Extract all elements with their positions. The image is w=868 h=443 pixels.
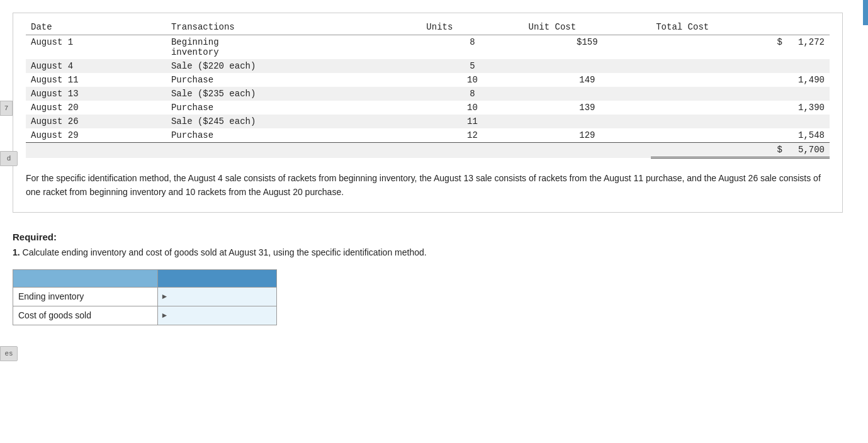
table-cell-totalcost: 1,490 <box>651 73 830 87</box>
table-cell-units: 10 <box>421 73 523 87</box>
answer-label-cell: Ending inventory <box>13 287 158 306</box>
transactions-table: Date Transactions Units Unit Cost Total … <box>26 20 830 159</box>
required-instruction: 1. Calculate ending inventory and cost o… <box>13 246 843 259</box>
answer-value-input[interactable] <box>174 310 261 320</box>
col-header-transactions: Transactions <box>166 20 421 35</box>
col-header-date: Date <box>26 20 166 35</box>
cell-arrow: ► <box>161 311 168 320</box>
total-cost-cell: $ 5,700 <box>651 143 830 158</box>
table-cell-unitcost <box>524 87 651 101</box>
table-cell-units: 8 <box>421 87 523 101</box>
description-text: For the specific identification method, … <box>26 171 830 199</box>
es-tab[interactable]: es <box>0 346 18 361</box>
col-header-totalcost: Total Cost <box>651 20 830 35</box>
table-cell-totalcost: $ 1,272 <box>651 35 830 60</box>
table-cell-unitcost: 129 <box>524 128 651 143</box>
answer-table-row: Cost of goods sold ► <box>13 306 277 325</box>
total-units-cell <box>421 143 523 158</box>
total-trans-cell <box>166 143 421 158</box>
total-date-cell <box>26 143 166 158</box>
d-tab[interactable]: d <box>0 151 18 166</box>
table-cell-transaction: Purchase <box>166 128 421 143</box>
table-cell-units: 11 <box>421 115 523 128</box>
table-cell-unitcost <box>524 59 651 73</box>
answer-label-cell: Cost of goods sold <box>13 306 158 325</box>
table-cell-totalcost <box>651 59 830 73</box>
table-cell-transaction: Beginninginventory <box>166 35 421 60</box>
answer-value-cell[interactable]: ► <box>158 287 277 306</box>
main-content: Date Transactions Units Unit Cost Total … <box>0 0 868 443</box>
col-header-units: Units <box>421 20 523 35</box>
table-cell-unitcost: 139 <box>524 101 651 115</box>
table-cell-date: August 26 <box>26 115 166 128</box>
table-cell-unitcost: 149 <box>524 73 651 87</box>
answer-col2-header <box>158 269 277 287</box>
blue-corner-accent <box>863 0 868 25</box>
table-cell-unitcost <box>524 115 651 128</box>
col-header-unitcost: Unit Cost <box>524 20 651 35</box>
table-cell-totalcost: 1,548 <box>651 128 830 143</box>
table-cell-totalcost <box>651 115 830 128</box>
table-cell-transaction: Purchase <box>166 101 421 115</box>
table-cell-date: August 13 <box>26 87 166 101</box>
cell-arrow: ► <box>161 292 168 301</box>
table-cell-totalcost <box>651 87 830 101</box>
answer-value-input[interactable] <box>174 291 261 301</box>
answer-table-row: Ending inventory ► <box>13 287 277 306</box>
table-cell-transaction: Sale ($220 each) <box>166 59 421 73</box>
table-cell-transaction: Purchase <box>166 73 421 87</box>
instruction-text: Calculate ending inventory and cost of g… <box>23 247 427 257</box>
top-section: Date Transactions Units Unit Cost Total … <box>13 13 843 213</box>
answer-table: Ending inventory ► Cost of goods sold ► <box>13 269 277 325</box>
answer-col1-header <box>13 269 158 287</box>
table-cell-units: 10 <box>421 101 523 115</box>
table-cell-date: August 1 <box>26 35 166 60</box>
required-section: Required: 1. Calculate ending inventory … <box>13 232 843 325</box>
table-cell-date: August 29 <box>26 128 166 143</box>
table-cell-transaction: Sale ($235 each) <box>166 87 421 101</box>
table-cell-units: 12 <box>421 128 523 143</box>
side-number-tab: 7 <box>0 101 13 116</box>
table-cell-transaction: Sale ($245 each) <box>166 115 421 128</box>
table-cell-totalcost: 1,390 <box>651 101 830 115</box>
page-container: 7 d es Date Transactions Units Unit Cost… <box>0 0 868 443</box>
side-number: 7 <box>4 104 9 112</box>
instruction-number: 1. <box>13 247 20 257</box>
required-label: Required: <box>13 232 843 242</box>
table-cell-date: August 20 <box>26 101 166 115</box>
answer-value-cell[interactable]: ► <box>158 306 277 325</box>
table-cell-units: 8 <box>421 35 523 60</box>
table-cell-date: August 4 <box>26 59 166 73</box>
total-unitcost-cell <box>524 143 651 158</box>
table-cell-date: August 11 <box>26 73 166 87</box>
table-cell-units: 5 <box>421 59 523 73</box>
table-cell-unitcost: $159 <box>524 35 651 60</box>
